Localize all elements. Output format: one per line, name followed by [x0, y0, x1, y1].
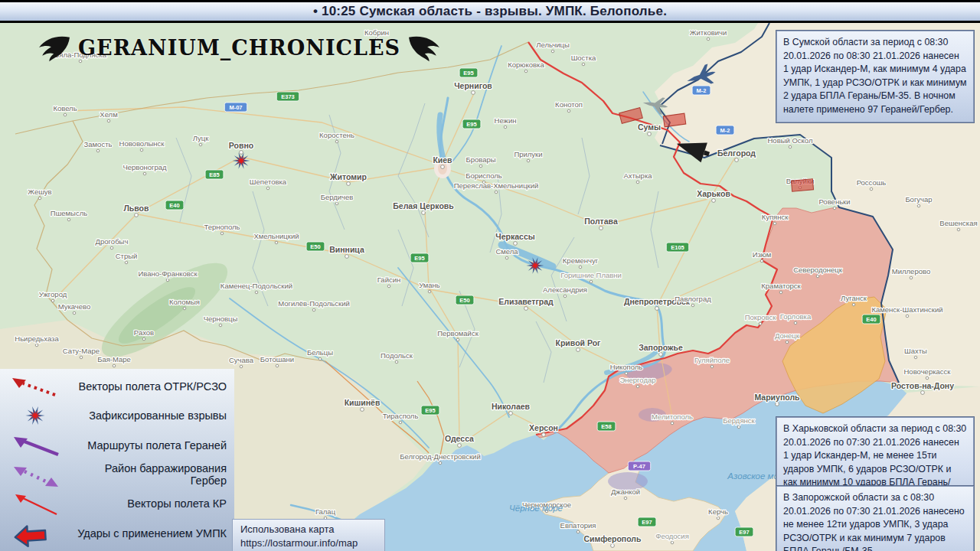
attribution-url[interactable]: https://lostarmour.info/map [240, 536, 377, 550]
svg-text:Подольск: Подольск [381, 351, 413, 360]
svg-text:Белгород: Белгород [717, 148, 756, 158]
svg-text:Замость: Замость [84, 140, 113, 148]
svg-text:Энергодар: Энергодар [619, 376, 655, 384]
svg-text:Переяслав-Хмельницкий: Переяслав-Хмельницкий [454, 181, 539, 190]
svg-text:Новочеркасск: Новочеркасск [904, 367, 952, 376]
road-badge: E85 [205, 170, 224, 179]
right-wing-icon [405, 32, 443, 63]
legend-item-kr-vectors: Векторы полета КР [0, 490, 234, 517]
svg-text:E50: E50 [310, 243, 320, 250]
svg-text:Ботошани: Ботошани [260, 355, 294, 364]
svg-text:Каменск-Шахтинский: Каменск-Шахтинский [871, 305, 942, 314]
svg-text:Купянск: Купянск [762, 213, 789, 221]
svg-text:Черкассы: Черкассы [495, 232, 534, 241]
road-badge: E40 [862, 315, 880, 324]
svg-text:Коломыя: Коломыя [169, 298, 200, 306]
svg-text:E40: E40 [169, 202, 179, 209]
svg-text:Житковичи: Житковичи [690, 28, 727, 37]
legend-label: Удары с применением УМПК [70, 527, 234, 540]
legend-item-geran-routes: Маршруты полета Гераней [0, 432, 234, 459]
umpk-arrow-icon [0, 519, 70, 548]
svg-text:Р-47: Р-47 [633, 463, 645, 470]
legend-label: Район барражирования Гербер [70, 462, 234, 487]
svg-text:Черновцы: Черновцы [204, 315, 238, 323]
legend-label: Векторы полета ОТРК/РСЗО [70, 380, 234, 393]
svg-text:Полтава: Полтава [584, 217, 618, 226]
road-badge: E95 [462, 119, 481, 129]
logo-text: GERANIUM_CHRONICLES [78, 36, 400, 60]
svg-text:Винница: Винница [329, 245, 364, 254]
svg-text:E95: E95 [425, 407, 435, 414]
map-attribution: Использована карта https://lostarmour.in… [232, 519, 385, 551]
svg-text:Павлоград: Павлоград [675, 295, 711, 303]
svg-text:Чернигов: Чернигов [454, 81, 492, 90]
svg-text:Житомир: Житомир [329, 172, 367, 181]
road-badge: E58 [597, 422, 616, 431]
svg-text:Бая-Маре: Бая-Маре [97, 355, 131, 364]
svg-text:Шостка: Шостка [571, 54, 596, 62]
svg-text:Ахтырка: Ахтырка [623, 171, 652, 180]
svg-text:Запорожье: Запорожье [639, 343, 683, 352]
svg-text:Покровск: Покровск [745, 313, 777, 321]
svg-text:Керчь: Керчь [708, 507, 728, 516]
svg-text:Каменец-Подольский: Каменец-Подольский [220, 282, 292, 290]
svg-text:Донецк: Донецк [775, 331, 800, 340]
svg-text:Феодосия: Феодосия [655, 532, 689, 540]
svg-text:E95: E95 [414, 255, 424, 262]
svg-text:Нововолынск: Нововолынск [119, 139, 165, 148]
svg-text:Елизаветград: Елизаветград [498, 297, 554, 306]
svg-text:Ровно: Ровно [229, 141, 253, 150]
svg-text:М-07: М-07 [229, 104, 242, 111]
road-badge: E50 [456, 295, 474, 305]
svg-text:Херсон: Херсон [529, 423, 558, 432]
svg-text:E50: E50 [459, 297, 469, 304]
svg-text:Умань: Умань [419, 281, 440, 289]
svg-text:Гуляйполе: Гуляйполе [694, 356, 730, 364]
svg-text:Борисполь: Борисполь [466, 171, 502, 180]
svg-text:Корюковка: Корюковка [508, 60, 544, 69]
legend-item-herber-area: Район барражирования Гербер [0, 461, 234, 488]
svg-text:Смела: Смела [495, 247, 518, 256]
title-text: • 10:25 Сумская область - взрывы. УМПК. … [313, 4, 667, 19]
road-badge: E95 [421, 406, 439, 415]
svg-text:Могилёв-Подольский: Могилёв-Подольский [278, 299, 350, 308]
svg-text:Львов: Львов [123, 204, 149, 213]
svg-text:E105: E105 [671, 244, 684, 251]
svg-text:Краматорск: Краматорск [761, 282, 801, 290]
svg-text:Никополь: Никополь [610, 363, 642, 371]
svg-text:Бердичев: Бердичев [321, 193, 354, 201]
svg-text:Червоноград: Червоноград [122, 163, 167, 171]
infobox-zaporizhzhia-region: В Запорожской области за с 08:30 20.01.2… [776, 486, 974, 551]
svg-text:Северодонецк: Северодонецк [793, 266, 843, 274]
svg-text:Бровары: Бровары [466, 155, 495, 164]
svg-text:Вешенская: Вешенская [939, 219, 977, 227]
svg-text:Мариуполь: Мариуполь [754, 393, 800, 402]
patch-marker [791, 179, 813, 191]
svg-text:Кривой Рог: Кривой Рог [556, 338, 602, 347]
svg-text:Одесса: Одесса [445, 434, 474, 443]
svg-text:Сумы: Сумы [638, 122, 661, 132]
svg-text:Лельчицы: Лельчицы [536, 41, 570, 49]
road-badge: E373 [276, 92, 299, 101]
svg-text:Сучава: Сучава [229, 356, 254, 364]
road-badge: E95 [459, 68, 478, 77]
red-dotted-arrow-icon [0, 373, 70, 399]
road-badge: М-2 [692, 86, 710, 95]
svg-text:Новый Оскол: Новый Оскол [768, 136, 813, 145]
svg-text:E40: E40 [866, 316, 876, 323]
svg-text:Николаев: Николаев [492, 402, 531, 411]
svg-text:Белая Церковь: Белая Церковь [393, 201, 454, 210]
svg-text:Александрия: Александрия [543, 285, 587, 294]
svg-text:Горишние Плавни: Горишние Плавни [560, 271, 622, 279]
svg-text:E95: E95 [466, 121, 476, 128]
svg-text:Симферополь: Симферополь [583, 534, 642, 543]
svg-text:Галац: Галац [315, 507, 336, 516]
red-arrow-icon [0, 491, 70, 517]
svg-text:E97: E97 [642, 519, 652, 526]
legend-item-explosions: Зафиксированные взрывы [0, 402, 234, 429]
svg-text:Гайсин: Гайсин [377, 276, 401, 284]
svg-text:Бельцы: Бельцы [307, 348, 333, 357]
svg-text:E95: E95 [463, 70, 473, 77]
screenshot-root: E373E85E40E95E95E50E95E50E105E40E58E95E9… [0, 0, 980, 551]
svg-text:Россошь: Россошь [857, 178, 887, 187]
